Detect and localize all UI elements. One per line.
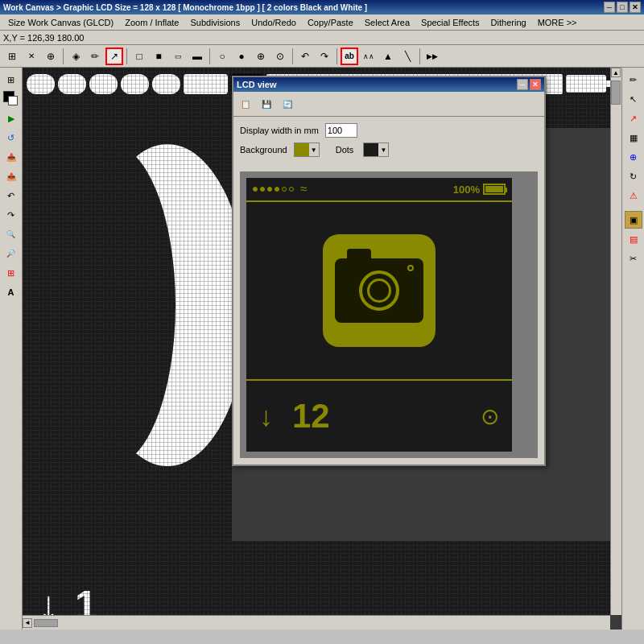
scrollbar-up-btn[interactable]: ▲ [611,68,621,77]
lcd-dots-color-picker[interactable]: ▼ [363,142,389,157]
right-tool-grid[interactable]: ▦ [625,129,642,147]
tool-circle-fill[interactable]: ● [233,47,250,65]
lcd-tool-2[interactable]: 💾 [258,95,275,113]
lcd-dialog-title-text: LCD view [237,80,277,89]
lcd-width-input[interactable] [325,123,357,138]
tool-redo[interactable]: ↷ [316,47,333,65]
tool-text[interactable]: ab [341,47,358,65]
tool-measure[interactable]: ∧∧ [360,47,378,65]
menu-zoom-inflate[interactable]: Zoom / Inflate [120,16,184,29]
left-tools: ⊞ ▶ ↺ 📥 📤 ↶ ↷ 🔍 🔎 ⊞ A [0,68,23,630]
tool-rect-fill[interactable]: ■ [150,47,167,65]
lcd-bg-arrow-icon[interactable]: ▼ [309,142,319,157]
lcd-signal-dots [253,187,294,192]
tool-arrow[interactable]: ↗ [105,47,123,65]
lcd-dialog: LCD view ─ ✕ 📋 💾 🔄 Display width in mm [232,76,546,466]
canvas-scrollbar-h[interactable]: ◄ [23,615,610,630]
tool-undo[interactable]: ↶ [296,47,314,65]
left-tool-export[interactable]: 📤 [2,167,20,185]
tool-forward[interactable]: ▶▶ [423,47,441,65]
left-tool-undo[interactable]: ↶ [2,187,20,204]
tool-clear[interactable]: ✕ [23,47,40,65]
coords-bar: X,Y = 126,39 180.00 [0,31,644,45]
menu-special-effects[interactable]: Special Effects [416,16,485,29]
tool-crosshair[interactable]: ⊕ [252,47,270,65]
canvas-area[interactable]: ≈ 100% [23,68,621,630]
menu-subdivisions[interactable]: Subdivisions [185,16,245,29]
tool-paint-bucket[interactable]: ◈ [67,47,85,65]
lcd-dot-3 [267,187,272,192]
lcd-lens [359,270,399,311]
menu-bar: Size Work Canvas (GLCD) Zoom / Inflate S… [0,14,644,31]
right-tool-cursor1[interactable]: ↖ [625,90,642,108]
lcd-dots-arrow-icon[interactable]: ▼ [378,142,388,157]
tool-rect-fill2[interactable]: ▬ [188,47,206,65]
maximize-button[interactable]: □ [617,2,628,13]
lcd-bg-color-picker[interactable]: ▼ [294,142,320,157]
left-tool-import[interactable]: 📥 [2,148,20,166]
tool-select-all[interactable]: ⊞ [3,47,21,65]
right-tool-rotate[interactable]: ↻ [625,167,642,185]
scrollbar-left-btn[interactable]: ◄ [23,618,32,628]
left-tool-refresh[interactable]: ↺ [2,129,20,147]
close-button[interactable]: ✕ [630,2,641,13]
left-tool-grid[interactable]: ⊞ [2,264,20,282]
tool-triangle[interactable]: ▲ [379,47,397,65]
scrollbar-thumb-v[interactable] [611,80,621,105]
menu-dithering[interactable]: Dithering [486,16,531,29]
left-tool-play[interactable]: ▶ [2,109,20,127]
lcd-main-area [246,202,512,379]
title-text: Work Canvas > Graphic LCD Size = 128 x 1… [3,3,367,12]
left-tool-marquee[interactable]: ⊞ [2,71,20,89]
right-tool-globe[interactable]: ⊕ [625,148,642,166]
right-tool-panel1[interactable]: ▣ [625,211,642,229]
left-tool-redo[interactable]: ↷ [2,206,20,224]
lcd-settings-icon: ⊙ [481,403,499,430]
tool-line[interactable]: ╲ [398,47,416,65]
tool-rect-outline[interactable]: □ [130,47,148,65]
right-tool-scissors[interactable]: ✂ [625,250,642,267]
lcd-dialog-title[interactable]: LCD view ─ ✕ [233,77,544,92]
lcd-tool-1[interactable]: 📋 [237,95,254,113]
left-tool-zoom-out[interactable]: 🔎 [2,245,20,262]
menu-more[interactable]: MORE >> [533,16,582,29]
lcd-bottom-bar: ↓ 12 ⊙ [246,379,512,452]
lcd-dialog-content: Display width in mm Background ▼ Dots ▼ [233,117,544,168]
tool-pencil[interactable]: ✏ [86,47,104,65]
lcd-camera-body [335,258,423,323]
lcd-preview: ≈ 100% [240,171,538,458]
left-tool-letter-a[interactable]: A [2,283,20,301]
tool-move[interactable]: ⊕ [42,47,60,65]
lcd-flash-dot [407,265,414,271]
toolbar: ⊞ ✕ ⊕ ◈ ✏ ↗ □ ■ ▭ ▬ ○ ● ⊕ ⊙ ↶ ↷ ab ∧∧ ▲ … [0,45,644,68]
tool-rect-rounded[interactable]: ▭ [169,47,187,65]
toolbar-separator-5 [336,48,337,64]
menu-size-work-canvas[interactable]: Size Work Canvas (GLCD) [3,16,118,29]
tool-circle-outline[interactable]: ○ [213,47,231,65]
canvas-scrollbar-v[interactable]: ▲ [610,68,621,615]
tool-crosshair2[interactable]: ⊙ [271,47,289,65]
right-tool-panel2[interactable]: ▤ [625,230,642,248]
lcd-dots-label: Dots [336,145,354,155]
left-tool-color-swatches[interactable] [2,90,20,108]
menu-undo-redo[interactable]: Undo/Redo [246,16,301,29]
lcd-number-display: 12 [292,399,330,433]
lcd-dialog-close[interactable]: ✕ [530,79,541,90]
lcd-bg-label: Background [240,145,287,155]
lcd-camera-bump [347,249,371,260]
menu-select-area[interactable]: Select Area [360,16,415,29]
left-tool-zoom-in[interactable]: 🔍 [2,225,20,243]
lcd-dot-6 [289,187,294,192]
lcd-tool-3[interactable]: 🔄 [279,95,296,113]
lcd-camera-icon [323,234,436,347]
toolbar-separator-1 [63,48,64,64]
right-tool-warning[interactable]: ⚠ [625,187,642,204]
lcd-dialog-toolbar: 📋 💾 🔄 [233,92,544,117]
minimize-button[interactable]: ─ [604,2,615,13]
lcd-width-row: Display width in mm [240,123,538,138]
scrollbar-thumb-h[interactable] [34,619,58,627]
right-tool-pencil[interactable]: ✏ [625,71,642,89]
menu-copy-paste[interactable]: Copy/Paste [303,16,358,29]
lcd-dialog-minimize[interactable]: ─ [517,79,528,90]
right-tool-cursor2[interactable]: ↗ [625,109,642,127]
